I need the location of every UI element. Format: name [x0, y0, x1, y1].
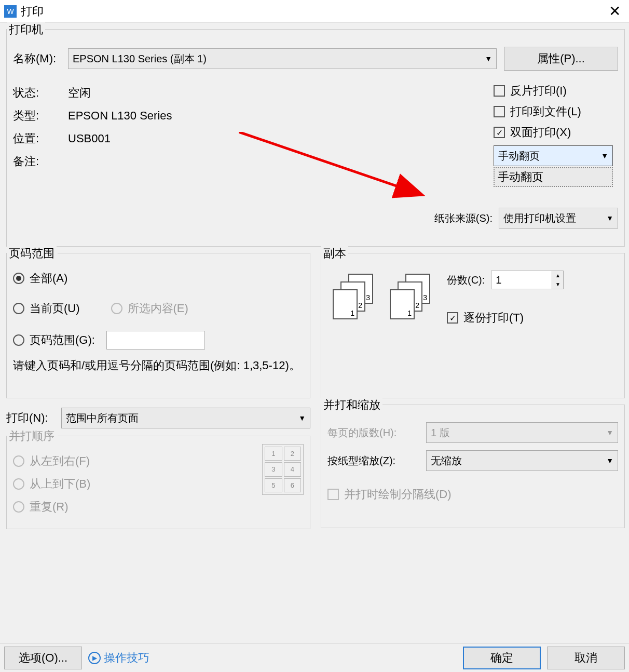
order-group: 并打顺序 从左到右(F) 从上到下(B) 重复(R) 123456	[6, 436, 310, 529]
range-pages-radio[interactable]: 页码范围(G):	[13, 331, 304, 350]
comment-label: 备注:	[13, 154, 68, 169]
printer-group: 打印机 名称(M): EPSON L130 Series (副本 1) ▼ 属性…	[6, 29, 625, 247]
radio-icon	[13, 334, 24, 346]
radio-icon	[13, 455, 24, 467]
page-range-input[interactable]	[106, 331, 205, 350]
print-to-file-checkbox[interactable]: 打印到文件(L)	[494, 104, 618, 119]
status-value: 空闲	[68, 85, 91, 101]
type-value: EPSON L130 Series	[68, 109, 172, 123]
ok-button[interactable]: 确定	[463, 647, 541, 669]
copies-label: 副本	[321, 246, 348, 261]
collate-icon: 321 321	[333, 274, 431, 320]
radio-icon	[13, 303, 24, 314]
order-repeat-radio: 重复(R)	[13, 499, 304, 515]
copies-spinner[interactable]: 1 ▲▼	[491, 271, 564, 289]
caret-down-icon: ▼	[601, 152, 608, 160]
caret-down-icon: ▼	[485, 55, 492, 63]
radio-icon	[13, 478, 24, 490]
collate-checkbox[interactable]: 逐份打印(T)	[447, 310, 618, 326]
range-selection-radio: 所选内容(E)	[111, 301, 188, 316]
copies-group: 副本 321 321 份数(C): 1 ▲▼	[321, 253, 625, 398]
print-what-select[interactable]: 范围中所有页面 ▼	[61, 408, 310, 428]
close-icon[interactable]: ✕	[605, 3, 625, 20]
draw-borders-checkbox: 并打时绘制分隔线(D)	[327, 487, 618, 502]
paper-source-label: 纸张来源(S):	[434, 211, 493, 225]
checkbox-icon	[494, 85, 505, 97]
order-group-label: 并打顺序	[7, 428, 57, 444]
printer-group-label: 打印机	[7, 22, 45, 37]
window-title: 打印	[21, 4, 44, 19]
range-current-radio[interactable]: 当前页(U)	[13, 301, 80, 316]
caret-down-icon: ▼	[606, 214, 613, 222]
play-icon: ▶	[88, 652, 101, 664]
checkbox-icon	[447, 312, 458, 324]
cancel-button[interactable]: 取消	[547, 647, 625, 669]
duplex-mode-select[interactable]: 手动翻页 ▼	[494, 145, 613, 166]
print-what-label: 打印(N):	[6, 410, 61, 426]
options-button[interactable]: 选项(O)...	[4, 647, 82, 669]
status-label: 状态:	[13, 85, 68, 101]
checkbox-icon	[327, 489, 339, 500]
location-label: 位置:	[13, 131, 68, 146]
titlebar: W 打印 ✕	[0, 0, 629, 23]
page-range-label: 页码范围	[7, 246, 57, 261]
radio-icon	[13, 501, 24, 513]
order-ltr-radio: 从左到右(F)	[13, 453, 304, 469]
spinner-up-icon[interactable]: ▲	[552, 271, 563, 280]
range-all-radio[interactable]: 全部(A)	[13, 271, 304, 286]
footer: 选项(O)... ▶ 操作技巧 确定 取消	[0, 643, 629, 672]
order-preview-icon: 123456	[262, 444, 304, 495]
caret-down-icon: ▼	[606, 456, 613, 465]
app-icon: W	[4, 5, 17, 18]
checkbox-icon	[494, 106, 505, 117]
spinner-down-icon[interactable]: ▼	[552, 280, 563, 289]
caret-down-icon: ▼	[606, 428, 613, 437]
name-label: 名称(M):	[13, 51, 68, 66]
pages-per-sheet-label: 每页的版数(H):	[327, 426, 426, 440]
zoom-group: 并打和缩放 每页的版数(H): 1 版 ▼ 按纸型缩放(Z): 无缩放 ▼	[321, 405, 625, 528]
radio-icon	[111, 303, 122, 314]
tips-link[interactable]: ▶ 操作技巧	[88, 650, 149, 666]
printer-select-value: EPSON L130 Series (副本 1)	[73, 52, 207, 66]
zoom-group-label: 并打和缩放	[321, 397, 382, 413]
scale-label: 按纸型缩放(Z):	[327, 454, 426, 468]
page-range-hint: 请键入页码和/或用逗号分隔的页码范围(例如: 1,3,5-12)。	[13, 357, 304, 374]
copies-count-label: 份数(C):	[447, 273, 485, 287]
order-ttb-radio: 从上到下(B)	[13, 476, 304, 492]
caret-down-icon: ▼	[298, 414, 306, 422]
checkbox-icon	[494, 127, 505, 138]
paper-source-select[interactable]: 使用打印机设置 ▼	[499, 208, 618, 229]
mirror-print-checkbox[interactable]: 反片打印(I)	[494, 83, 618, 99]
printer-select[interactable]: EPSON L130 Series (副本 1) ▼	[68, 48, 497, 69]
location-value: USB001	[68, 132, 111, 145]
pages-per-sheet-select: 1 版 ▼	[426, 422, 618, 443]
properties-button[interactable]: 属性(P)...	[504, 47, 618, 71]
scale-select[interactable]: 无缩放 ▼	[426, 450, 618, 471]
duplex-dropdown-item[interactable]: 手动翻页	[494, 167, 613, 187]
duplex-checkbox[interactable]: 双面打印(X)	[494, 125, 618, 140]
page-range-group: 页码范围 全部(A) 当前页(U) 所选内容(E) 页码范围(G): 请键入页码…	[6, 253, 310, 398]
radio-icon	[13, 273, 24, 284]
type-label: 类型:	[13, 108, 68, 124]
